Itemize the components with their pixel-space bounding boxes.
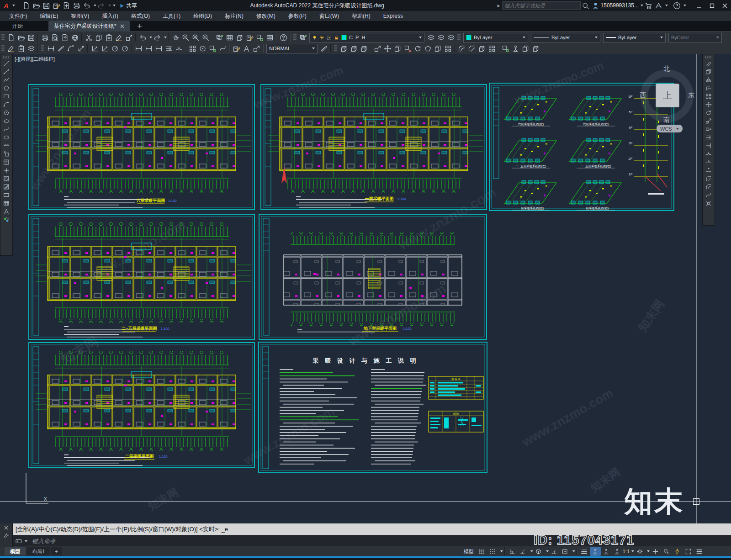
redo-caret[interactable] xyxy=(108,5,111,6)
clip-xref-button[interactable] xyxy=(392,43,403,53)
qat-redo-button[interactable] xyxy=(96,0,106,11)
match-properties-button[interactable] xyxy=(114,32,124,42)
move-button[interactable] xyxy=(705,100,713,109)
toolpalettes-button[interactable] xyxy=(234,32,244,42)
gradient-button[interactable] xyxy=(2,183,11,191)
qcalc-button[interactable] xyxy=(265,32,275,42)
sheetset-button[interactable] xyxy=(244,32,254,42)
save-button[interactable] xyxy=(26,32,36,42)
scale-button[interactable] xyxy=(705,117,713,125)
offset-button[interactable] xyxy=(705,84,713,92)
autodesk-a-icon[interactable] xyxy=(653,0,663,11)
dim-arc-length-button[interactable] xyxy=(66,43,76,53)
group-edit-button[interactable] xyxy=(359,43,369,53)
lineweight-combo[interactable]: ByLayer xyxy=(603,33,666,42)
dim-inspect-button[interactable] xyxy=(207,43,217,53)
insert-block-button[interactable] xyxy=(2,150,11,158)
copy-button[interactable] xyxy=(705,68,713,76)
dim-angular2-button[interactable] xyxy=(100,43,110,53)
make-object-layer-button[interactable] xyxy=(500,43,510,53)
maximize-button[interactable] xyxy=(705,0,718,11)
user-avatar-icon[interactable] xyxy=(591,0,601,11)
layer-combo-caret[interactable] xyxy=(419,37,422,38)
undo-caret[interactable] xyxy=(94,5,96,6)
compass-east[interactable]: 东 xyxy=(688,91,694,100)
quick-select-button[interactable] xyxy=(16,43,26,53)
linetype-combo[interactable]: ByLayer xyxy=(531,33,600,42)
qat-plot-button[interactable] xyxy=(62,0,72,11)
named-views-button[interactable] xyxy=(487,43,497,53)
break-button[interactable] xyxy=(705,158,713,166)
dim-quick-button[interactable] xyxy=(133,43,143,53)
new-button[interactable] xyxy=(6,32,16,42)
linetype-combo-caret[interactable] xyxy=(595,37,598,38)
cut-button[interactable] xyxy=(84,32,94,42)
revision-cloud-button[interactable] xyxy=(2,117,11,125)
share-button[interactable]: 共享 xyxy=(126,2,137,10)
menu-format[interactable]: 格式(O) xyxy=(125,12,156,20)
wcs-selector[interactable]: WCS xyxy=(657,125,683,132)
trim-button[interactable] xyxy=(705,133,713,142)
command-wrench-icon[interactable] xyxy=(2,532,11,540)
osnap-settings-button[interactable] xyxy=(456,43,466,53)
region-button[interactable] xyxy=(2,191,11,199)
dim-space-button[interactable] xyxy=(164,43,174,53)
chamfer-button[interactable] xyxy=(705,174,713,183)
dimstyle-combo[interactable]: NORMAL xyxy=(266,44,318,53)
designcenter-button[interactable] xyxy=(224,32,234,42)
publish-button[interactable] xyxy=(60,32,70,42)
lineweight-toggle[interactable] xyxy=(579,547,590,556)
view-cube-top-face[interactable]: 上 xyxy=(656,84,679,107)
pan-button[interactable] xyxy=(170,32,180,42)
wipeout-button[interactable] xyxy=(423,43,433,53)
dim-radius-button[interactable] xyxy=(120,43,130,53)
center-mark-button[interactable] xyxy=(197,43,207,53)
wcs-caret[interactable] xyxy=(676,128,679,130)
menu-help[interactable]: 帮助(H) xyxy=(345,12,377,20)
layout1-tab[interactable]: 布局1 xyxy=(26,547,50,555)
help-caret[interactable] xyxy=(683,5,686,6)
mirror-button[interactable] xyxy=(705,76,713,84)
help-icon[interactable] xyxy=(672,0,682,11)
grid-toggle[interactable] xyxy=(477,547,487,556)
compass-north[interactable]: 北 xyxy=(663,65,670,73)
customization-menu-button[interactable] xyxy=(694,547,705,556)
new-layout-tab[interactable]: + xyxy=(51,547,61,555)
menu-file[interactable]: 文件(F) xyxy=(3,12,33,20)
ungroup-button[interactable] xyxy=(349,43,359,53)
dim-update-button[interactable] xyxy=(251,43,261,53)
autodesk-caret[interactable] xyxy=(665,5,668,6)
xref-x-button[interactable] xyxy=(403,43,413,53)
model-space-viewport[interactable]: 六层采暖平面图 1:100 一层采暖平面图 1:100 xyxy=(0,54,731,523)
menu-dimension[interactable]: 标注(N) xyxy=(218,12,250,20)
menu-draw[interactable]: 绘图(D) xyxy=(187,12,218,20)
ortho-toggle[interactable] xyxy=(507,547,518,556)
open-button[interactable] xyxy=(16,32,26,42)
graphics-performance-button[interactable] xyxy=(672,547,683,556)
construction-line-button[interactable] xyxy=(2,68,11,76)
search-arrow-icon[interactable]: ▸ xyxy=(498,2,500,9)
menu-window[interactable]: 窗口(W) xyxy=(313,12,345,20)
object-snap-tracking-toggle[interactable] xyxy=(549,547,560,556)
workspace-gear-icon[interactable] xyxy=(634,547,645,556)
dim-edit-button[interactable] xyxy=(231,43,241,53)
arc-button[interactable] xyxy=(2,100,11,109)
tab-start[interactable]: 开始 xyxy=(0,21,35,31)
model-tab[interactable]: 模型 xyxy=(5,547,26,555)
recent-commands-caret[interactable] xyxy=(25,540,27,542)
app-store-cart-icon[interactable] xyxy=(643,0,653,11)
tab-drawing[interactable]: 某住宅分户采暖设计图纸* xyxy=(48,21,130,32)
qat-open-button[interactable] xyxy=(32,0,42,11)
rectangle-button[interactable] xyxy=(2,92,11,100)
rotate-button[interactable] xyxy=(705,109,713,117)
layer-states-button[interactable] xyxy=(426,32,436,42)
dimstyle-combo-caret[interactable] xyxy=(312,48,315,49)
lineweight-combo-caret[interactable] xyxy=(660,37,663,38)
block-editor-button[interactable] xyxy=(124,32,134,42)
copy-clip-button[interactable] xyxy=(94,32,104,42)
break-at-point-button[interactable] xyxy=(705,150,713,158)
viewport-controls[interactable]: [-][俯视][二维线框] xyxy=(15,56,55,63)
qat-customize-caret[interactable] xyxy=(113,5,116,6)
spline-button[interactable] xyxy=(2,125,11,133)
menu-parametric[interactable]: 参数(P) xyxy=(282,12,313,20)
